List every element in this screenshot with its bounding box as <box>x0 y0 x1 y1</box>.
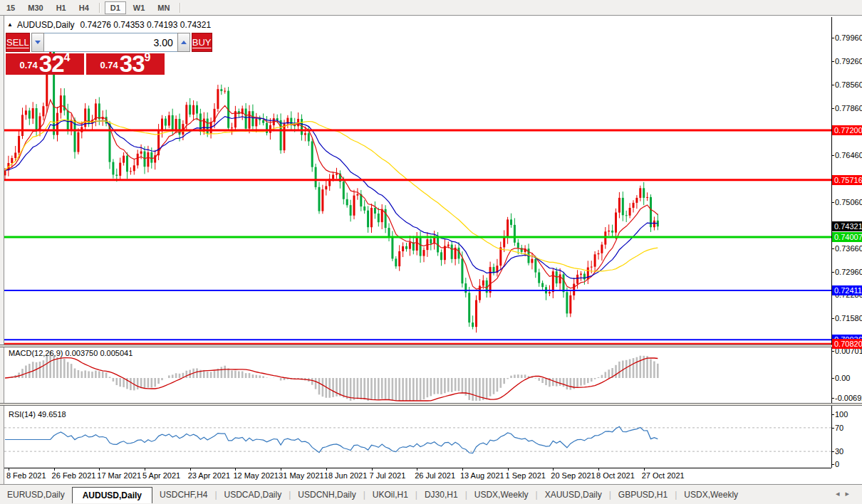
price-tick-mark <box>831 155 834 156</box>
time-tick-mark <box>644 468 645 471</box>
trade-controls-row: SELL BUY <box>6 33 165 52</box>
sell-price-pipette: 4 <box>64 51 71 64</box>
price-tick-label: 0.77860 <box>835 104 862 112</box>
buy-price-pipette: 9 <box>145 51 151 64</box>
time-axis-label: 23 Apr 2021 <box>188 471 230 480</box>
price-tick-label: 0.72960 <box>835 268 862 276</box>
trade-prices-row: 0.74324 0.74339 <box>6 53 165 75</box>
rsi-tick-mark <box>831 414 834 415</box>
time-axis-label: 8 Feb 2021 <box>6 471 46 480</box>
time-tick-mark <box>281 468 281 471</box>
macd-tick-mark <box>831 398 834 399</box>
volume-decrease-button[interactable] <box>31 33 44 52</box>
collapse-trade-panel-icon[interactable]: ▲ <box>7 21 13 28</box>
price-tick-mark <box>831 38 834 38</box>
timeframe-m30[interactable]: M30 <box>22 1 48 14</box>
buy-price-prefix: 0.74 <box>100 60 118 70</box>
level-price-badge: 0.70820 <box>832 339 862 349</box>
time-axis-label: 20 Sep 2021 <box>551 471 595 480</box>
volume-increase-button[interactable] <box>177 33 190 52</box>
current-price-badge: 0.74321 <box>832 221 862 231</box>
rsi-pane-canvas[interactable] <box>4 406 831 468</box>
sell-price-big: 32 <box>39 55 64 73</box>
price-tick-label: 0.78560 <box>835 80 862 89</box>
tab-usdchf-h4[interactable]: USDCHF,H4 <box>152 490 214 500</box>
timeframe-h1[interactable]: H1 <box>51 1 72 14</box>
timeframe-15[interactable]: 15 <box>1 1 21 14</box>
tab-scroll-left-icon[interactable]: ◂ <box>836 489 846 498</box>
price-tick-label: 0.79260 <box>835 57 862 65</box>
time-tick-mark <box>508 468 509 471</box>
symbol-label: AUDUSD,Daily <box>17 20 75 30</box>
tab-dj30-h1[interactable]: DJ30,H1 <box>417 490 465 500</box>
tab-audusd-daily[interactable]: AUDUSD,Daily <box>72 487 152 503</box>
chart-title: ▲AUDUSD,Daily0.74276 0.74353 0.74193 0.7… <box>7 20 211 30</box>
level-price-badge: 0.75716 <box>832 175 862 185</box>
time-tick-mark <box>145 468 145 471</box>
buy-button[interactable]: BUY <box>192 33 212 52</box>
rsi-scale-label: 0 <box>835 460 839 468</box>
price-tick-mark <box>831 248 834 249</box>
buy-price-big: 33 <box>120 55 145 73</box>
tab-scroll-arrows[interactable]: ◂▸ <box>836 489 855 498</box>
tab-scroll-right-icon[interactable]: ▸ <box>845 489 855 498</box>
price-tick-label: 0.73660 <box>835 244 862 253</box>
price-tick-label: 0.71580 <box>835 314 862 322</box>
time-tick-mark <box>598 468 599 471</box>
macd-tick-mark <box>831 378 834 379</box>
time-axis-label: 27 Oct 2021 <box>642 471 685 480</box>
toolbar-separator <box>99 3 100 13</box>
macd-scale-label: 0.00 <box>835 374 850 382</box>
macd-label: MACD(12,26,9) 0.003750 0.005041 <box>9 349 133 357</box>
time-axis-label: 31 May 2021 <box>279 471 324 480</box>
sell-price-display[interactable]: 0.74324 <box>6 53 84 75</box>
tab-usdcnh-daily[interactable]: USDCNH,Daily <box>291 490 363 500</box>
level-price-badge: 0.77200 <box>832 125 862 135</box>
time-axis-label: 12 May 2021 <box>233 471 279 480</box>
tab-ukoil-h1[interactable]: UKOil,H1 <box>365 490 415 500</box>
price-tick-label: 0.79960 <box>835 33 862 42</box>
tab-gbpusd-h1[interactable]: GBPUSD,H1 <box>611 490 675 500</box>
time-tick-mark <box>54 468 55 471</box>
time-axis-label: 26 Feb 2021 <box>52 471 96 480</box>
ohlc-values: 0.74276 0.74353 0.74193 0.74321 <box>81 20 212 30</box>
time-axis-label: 8 Oct 2021 <box>596 471 635 480</box>
up-arrow-icon <box>181 41 187 44</box>
timeframe-h4[interactable]: H4 <box>73 1 95 14</box>
tab-xauusd-daily[interactable]: XAUUSD,Daily <box>538 490 609 500</box>
timeframe-toolbar: 15M30H1H4D1W1MN <box>0 0 862 16</box>
rsi-tick-mark <box>831 428 834 429</box>
price-tick-mark <box>831 272 834 273</box>
volume-input[interactable] <box>44 33 177 52</box>
buy-price-display[interactable]: 0.74339 <box>86 53 165 75</box>
rsi-pane-bottom-border <box>4 468 831 468</box>
macd-tick-mark <box>831 351 834 352</box>
trading-terminal: 15M30H1H4D1W1MN ▲AUDUSD,Daily0.74276 0.7… <box>0 0 862 504</box>
price-tick-mark <box>831 61 834 62</box>
price-tick-mark <box>831 318 834 319</box>
tab-usdcad-daily[interactable]: USDCAD,Daily <box>217 490 289 500</box>
volume-spinner <box>31 33 190 52</box>
timeframe-d1[interactable]: D1 <box>105 1 126 14</box>
timeframe-w1[interactable]: W1 <box>128 1 151 14</box>
level-price-badge: 0.72411 <box>832 285 862 295</box>
tab-usdx-weekly[interactable]: USDX,Weekly <box>677 490 745 500</box>
rsi-tick-mark <box>831 464 834 465</box>
time-axis-label: 13 Aug 2021 <box>460 471 504 480</box>
price-tick-label: 0.75060 <box>835 198 862 206</box>
tab-eurusd-daily[interactable]: EURUSD,Daily <box>0 490 72 500</box>
time-tick-mark <box>417 468 417 471</box>
rsi-scale-label: 100 <box>835 410 848 419</box>
toolbar-separator <box>180 3 181 13</box>
sell-button[interactable]: SELL <box>6 33 30 52</box>
time-tick-mark <box>235 468 236 471</box>
time-axis-label: 1 Sep 2021 <box>506 471 546 480</box>
time-tick-mark <box>462 468 463 471</box>
one-click-trade-panel: SELL BUY 0.74324 0.74339 <box>6 33 165 75</box>
tab-usdx-weekly[interactable]: USDX,Weekly <box>467 490 536 500</box>
timeframe-mn[interactable]: MN <box>152 1 175 14</box>
time-axis-label: 17 Mar 2021 <box>97 471 141 480</box>
sell-price-prefix: 0.74 <box>20 60 38 70</box>
time-tick-mark <box>9 468 9 471</box>
time-tick-mark <box>326 468 327 471</box>
